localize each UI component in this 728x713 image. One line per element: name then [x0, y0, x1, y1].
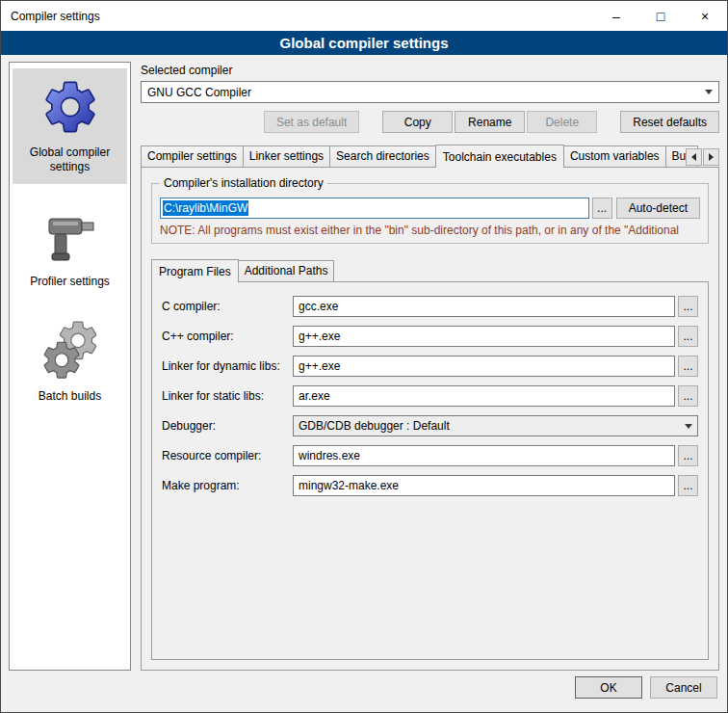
browse-directory-button[interactable]: ...: [592, 198, 612, 219]
compiler-combobox-value: GNU GCC Compiler: [147, 86, 705, 99]
dialog-footer: OK Cancel: [1, 671, 727, 712]
make-program-input[interactable]: mingw32-make.exe: [293, 475, 675, 496]
tab-scroll-left-button[interactable]: [686, 148, 702, 166]
installation-directory-value: C:\raylib\MinGW: [163, 200, 248, 216]
arrow-left-icon: [691, 153, 696, 161]
cpp-compiler-browse-button[interactable]: ...: [678, 326, 698, 347]
sidebar-item-label: Profiler settings: [30, 275, 110, 289]
ok-button[interactable]: OK: [575, 676, 642, 699]
titlebar: Compiler settings – □ ×: [1, 1, 727, 31]
program-files-pane: C compiler: gcc.exe ... C++ compiler: g+…: [151, 281, 709, 660]
static-linker-browse-button[interactable]: ...: [678, 385, 698, 407]
window-title: Compiler settings: [1, 1, 594, 31]
c-compiler-label: C compiler:: [162, 300, 293, 313]
sidebar-item-label: Global compiler settings: [14, 145, 125, 174]
settings-tabstrip: Compiler settings Linker settings Search…: [141, 145, 719, 168]
sidebar-item-profiler-settings[interactable]: Profiler settings: [13, 198, 127, 299]
set-as-default-button[interactable]: Set as default: [264, 111, 359, 133]
static-linker-input[interactable]: ar.exe: [293, 385, 675, 407]
close-button[interactable]: ×: [683, 1, 727, 31]
chevron-down-icon: [705, 90, 713, 94]
chevron-down-icon: [685, 424, 692, 429]
auto-detect-button[interactable]: Auto-detect: [616, 198, 700, 219]
cancel-button[interactable]: Cancel: [650, 676, 717, 699]
dynamic-linker-input[interactable]: g++.exe: [293, 356, 675, 377]
cpp-compiler-label: C++ compiler:: [162, 330, 293, 343]
reset-defaults-button[interactable]: Reset defaults: [620, 111, 719, 133]
tab-search-directories[interactable]: Search directories: [329, 145, 436, 168]
make-program-row: Make program: mingw32-make.exe ...: [162, 475, 698, 496]
static-linker-value: ar.exe: [299, 389, 330, 403]
debugger-value: GDB/CDB debugger : Default: [299, 419, 685, 433]
page-title: Global compiler settings: [1, 31, 727, 55]
dynamic-linker-browse-button[interactable]: ...: [678, 356, 698, 377]
settings-category-list: Global compiler settings Profiler settin…: [9, 62, 131, 671]
delete-button[interactable]: Delete: [527, 111, 597, 133]
c-compiler-input[interactable]: gcc.exe: [293, 296, 675, 317]
resource-compiler-input[interactable]: windres.exe: [293, 445, 675, 466]
program-files-section: Program Files Additional Paths C compile…: [151, 259, 709, 660]
tab-program-files[interactable]: Program Files: [151, 259, 239, 282]
make-program-value: mingw32-make.exe: [299, 479, 399, 492]
compiler-settings-dialog: Compiler settings – □ × Global compiler …: [0, 0, 728, 713]
tab-scroll-right-button[interactable]: [703, 148, 719, 166]
debugger-label: Debugger:: [162, 419, 293, 433]
compiler-combobox[interactable]: GNU GCC Compiler: [141, 81, 719, 103]
resource-compiler-browse-button[interactable]: ...: [678, 445, 698, 466]
program-files-tabstrip: Program Files Additional Paths: [151, 259, 709, 282]
make-program-browse-button[interactable]: ...: [678, 475, 698, 496]
resource-compiler-row: Resource compiler: windres.exe ...: [162, 445, 698, 466]
c-compiler-browse-button[interactable]: ...: [678, 296, 698, 317]
profiler-tool-icon: [39, 205, 101, 267]
copy-button[interactable]: Copy: [382, 111, 453, 133]
cpp-compiler-row: C++ compiler: g++.exe ...: [162, 326, 698, 347]
tab-compiler-settings[interactable]: Compiler settings: [141, 145, 244, 168]
dynamic-linker-row: Linker for dynamic libs: g++.exe ...: [162, 356, 698, 377]
tab-additional-paths[interactable]: Additional Paths: [238, 260, 335, 282]
debugger-row: Debugger: GDB/CDB debugger : Default: [162, 415, 698, 436]
dynamic-linker-label: Linker for dynamic libs:: [162, 359, 293, 373]
installation-directory-row: C:\raylib\MinGW ... Auto-detect: [160, 198, 700, 219]
tab-linker-settings[interactable]: Linker settings: [243, 145, 330, 168]
gray-gears-icon: [39, 320, 101, 382]
tab-custom-variables[interactable]: Custom variables: [563, 145, 666, 168]
compiler-buttons-row: Set as default Copy Rename Delete Reset …: [141, 111, 719, 133]
tab-toolchain-executables[interactable]: Toolchain executables: [435, 145, 564, 168]
resource-compiler-value: windres.exe: [299, 449, 360, 462]
installation-directory-input[interactable]: C:\raylib\MinGW: [160, 198, 589, 219]
dialog-content: Global compiler settings Profiler settin…: [1, 55, 727, 671]
dynamic-linker-value: g++.exe: [299, 359, 340, 373]
debugger-combobox[interactable]: GDB/CDB debugger : Default: [293, 415, 698, 436]
selected-compiler-label: Selected compiler: [141, 64, 719, 77]
rename-button[interactable]: Rename: [455, 111, 525, 133]
make-program-label: Make program:: [162, 479, 293, 492]
maximize-button[interactable]: □: [638, 1, 683, 31]
main-panel: Selected compiler GNU GCC Compiler Set a…: [141, 62, 719, 671]
bin-subdirectory-note: NOTE: All programs must exist either in …: [160, 224, 700, 237]
minimize-button[interactable]: –: [594, 1, 638, 31]
sidebar-item-label: Batch builds: [39, 389, 101, 404]
resource-compiler-label: Resource compiler:: [162, 449, 293, 462]
sidebar-item-batch-builds[interactable]: Batch builds: [13, 312, 127, 413]
c-compiler-value: gcc.exe: [299, 300, 338, 313]
arrow-right-icon: [709, 153, 714, 161]
cpp-compiler-input[interactable]: g++.exe: [293, 326, 675, 347]
installation-directory-groupbox: Compiler's installation directory C:\ray…: [151, 183, 709, 244]
sidebar-item-global-compiler-settings[interactable]: Global compiler settings: [13, 68, 127, 184]
blue-gear-icon: [39, 76, 101, 138]
groupbox-title: Compiler's installation directory: [160, 176, 327, 190]
cpp-compiler-value: g++.exe: [299, 330, 340, 343]
static-linker-row: Linker for static libs: ar.exe ...: [162, 385, 698, 407]
tab-scroll-controls: [686, 148, 719, 166]
static-linker-label: Linker for static libs:: [162, 389, 293, 403]
toolchain-executables-pane: Compiler's installation directory C:\ray…: [141, 167, 719, 671]
c-compiler-row: C compiler: gcc.exe ...: [162, 296, 698, 317]
